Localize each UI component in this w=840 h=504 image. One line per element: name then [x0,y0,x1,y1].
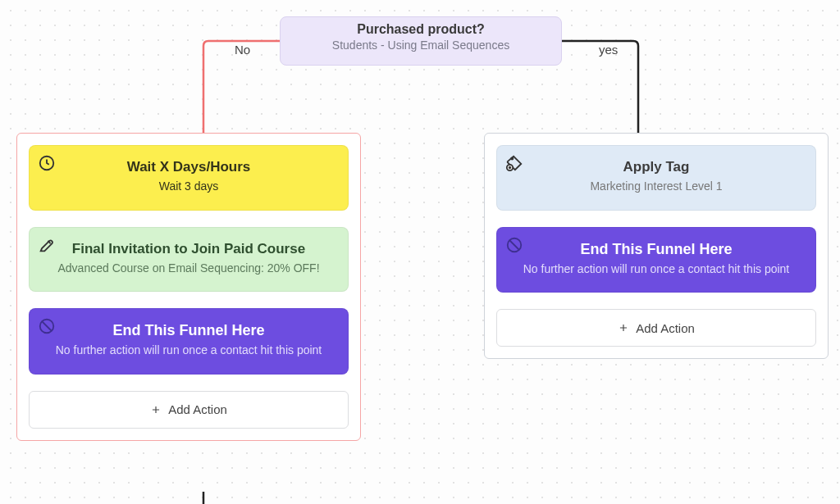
compose-icon [38,236,56,254]
yes-branch-column: Apply Tag Marketing Interest Level 1 End… [484,133,829,359]
wait-subtitle: Wait 3 days [44,179,333,195]
end-subtitle-right: No further action will run once a contac… [512,261,801,278]
svg-point-2 [511,157,513,159]
add-action-button-left[interactable]: Add Action [29,391,349,429]
end-funnel-card-right[interactable]: End This Funnel Here No further action w… [496,227,816,293]
add-action-label-right: Add Action [636,321,695,335]
tag-title: Apply Tag [512,159,801,175]
end-title-right: End This Funnel Here [512,241,801,258]
branch-label-no: No [235,43,250,57]
apply-tag-card[interactable]: Apply Tag Marketing Interest Level 1 [496,145,816,211]
no-branch-column: Wait X Days/Hours Wait 3 days Final Invi… [16,133,361,441]
email-title: Final Invitation to Join Paid Course [44,241,333,257]
tag-plus-icon [505,154,523,172]
ban-icon [38,317,56,335]
end-funnel-card-left[interactable]: End This Funnel Here No further action w… [29,308,349,375]
ban-icon [505,236,523,254]
tag-subtitle: Marketing Interest Level 1 [512,179,801,195]
end-subtitle-left: No further action will run once a contac… [44,343,333,359]
branch-label-yes: yes [599,43,618,57]
add-action-button-right[interactable]: Add Action [496,309,816,347]
clock-icon [38,154,56,172]
add-action-label-left: Add Action [168,402,227,416]
end-title-left: End This Funnel Here [44,322,333,339]
decision-subtitle: Students - Using Email Sequences [281,39,561,52]
email-subtitle: Advanced Course on Email Sequencing: 20%… [44,261,333,277]
flow-canvas: No yes Purchased product? Students - Usi… [0,0,840,504]
wait-action-card[interactable]: Wait X Days/Hours Wait 3 days [29,145,349,211]
wait-title: Wait X Days/Hours [44,159,333,175]
decision-node[interactable]: Purchased product? Students - Using Emai… [280,16,562,66]
plus-icon [618,322,629,334]
email-action-card[interactable]: Final Invitation to Join Paid Course Adv… [29,227,349,293]
plus-icon [150,404,162,415]
decision-title: Purchased product? [281,22,561,37]
